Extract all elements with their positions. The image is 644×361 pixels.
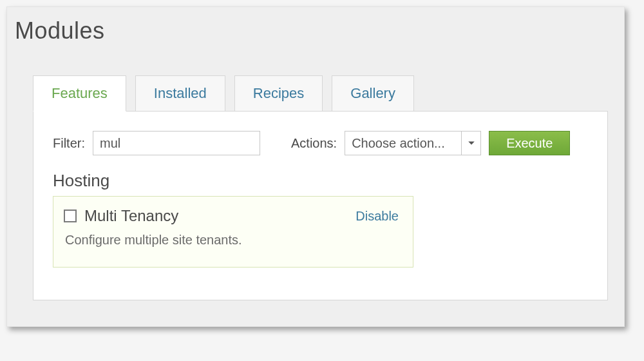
tab-features[interactable]: Features xyxy=(33,75,126,112)
actions-select[interactable]: Choose action... xyxy=(345,131,481,155)
feature-head: Multi Tenancy Disable xyxy=(64,207,399,225)
page-title: Modules xyxy=(15,17,608,44)
feature-card: Multi Tenancy Disable Configure multiple… xyxy=(53,196,413,268)
feature-checkbox[interactable] xyxy=(64,210,77,222)
tab-gallery[interactable]: Gallery xyxy=(332,75,414,112)
feature-disable-link[interactable]: Disable xyxy=(355,209,399,224)
group-title: Hosting xyxy=(53,171,588,191)
toolbar: Filter: Actions: Choose action... Execut… xyxy=(53,131,588,155)
filter-label: Filter: xyxy=(53,136,85,151)
tabstrip: Features Installed Recipes Gallery xyxy=(33,75,608,112)
execute-button[interactable]: Execute xyxy=(489,131,570,155)
tab-installed[interactable]: Installed xyxy=(135,75,225,112)
tab-recipes[interactable]: Recipes xyxy=(234,75,323,112)
modules-page: Modules Features Installed Recipes Galle… xyxy=(6,6,625,327)
feature-name: Multi Tenancy xyxy=(84,207,355,225)
filter-input[interactable] xyxy=(93,131,260,155)
chevron-down-icon[interactable] xyxy=(461,132,480,155)
feature-description: Configure multiple site tenants. xyxy=(65,233,399,248)
actions-label: Actions: xyxy=(291,136,337,151)
features-panel: Filter: Actions: Choose action... Execut… xyxy=(33,111,608,300)
actions-selected: Choose action... xyxy=(345,132,461,155)
